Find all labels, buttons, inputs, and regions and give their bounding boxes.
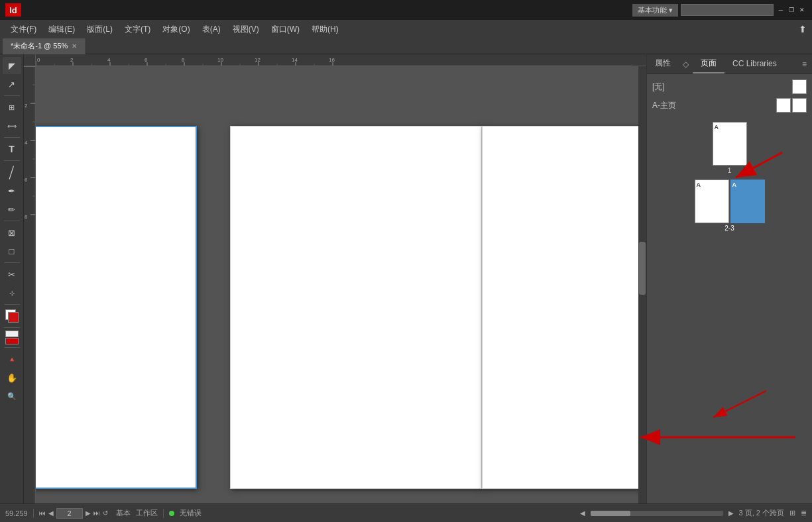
svg-text:8: 8 <box>182 57 185 63</box>
page-3-thumbnail[interactable]: A <box>730 180 765 223</box>
mode-buttons <box>5 331 19 344</box>
rect-frame-tool-button[interactable]: ⊠ <box>3 224 21 241</box>
panel-tab-properties[interactable]: 属性 <box>647 54 679 74</box>
pages-canvas[interactable] <box>36 66 646 503</box>
pencil-tool-button[interactable]: ✏ <box>3 201 21 218</box>
scroll-right-button[interactable]: ▶ <box>728 509 734 517</box>
panel-tab-pages[interactable]: 页面 <box>693 54 725 74</box>
selection-tool-button[interactable]: ◤ <box>3 57 21 74</box>
svg-text:4: 4 <box>107 57 111 63</box>
line-tool-button[interactable]: ╲ <box>0 160 25 185</box>
last-page-button[interactable]: ⏭ <box>93 509 100 517</box>
panel-tab-diamond-icon: ◇ <box>679 56 693 72</box>
master-swatch-2[interactable] <box>792 98 807 113</box>
status-sep-1 <box>33 509 34 518</box>
first-page-button[interactable]: ⏮ <box>39 509 46 517</box>
rect-tool-button[interactable]: □ <box>3 242 21 260</box>
page-2-thumbnail[interactable]: A <box>695 180 729 223</box>
menu-layout[interactable]: 版面(L) <box>82 22 118 37</box>
none-swatches <box>792 79 807 94</box>
svg-text:16: 16 <box>329 57 335 63</box>
page-1-thumbnail[interactable]: A <box>713 122 747 166</box>
canvas-vertical-scrollbar[interactable] <box>638 66 646 503</box>
eyedropper-tool-button[interactable]: 🔺 <box>3 350 21 368</box>
window-controls: ─ ❐ ✕ <box>776 5 807 15</box>
page-tool-button[interactable]: ⊞ <box>3 99 21 116</box>
panel-tab-cc-libraries[interactable]: CC Libraries <box>725 56 785 73</box>
page-2[interactable] <box>230 126 482 489</box>
restore-button[interactable]: ❐ <box>787 5 796 15</box>
page-1[interactable] <box>36 126 197 489</box>
search-input[interactable] <box>681 4 774 16</box>
preview-mode-button[interactable] <box>5 338 19 344</box>
menu-help[interactable]: 帮助(H) <box>306 22 344 37</box>
horizontal-scroll-thumb[interactable] <box>591 511 630 516</box>
svg-text:2: 2 <box>70 57 74 63</box>
background-color[interactable] <box>8 312 19 323</box>
page-1-thumb-row: A <box>713 122 747 166</box>
svg-text:6: 6 <box>25 177 28 183</box>
titlebar-right: 基本功能 ▾ ─ ❐ ✕ <box>632 4 807 17</box>
menu-object[interactable]: 对象(O) <box>157 22 195 37</box>
hand-tool-button[interactable]: ✋ <box>3 369 21 386</box>
type-tool-button[interactable]: T <box>3 140 21 158</box>
transform-tool-button[interactable]: ⊹ <box>3 284 21 301</box>
refresh-button[interactable]: ↺ <box>103 509 108 517</box>
svg-text:2: 2 <box>25 103 28 109</box>
menu-table[interactable]: 表(A) <box>197 22 226 37</box>
none-swatch-1[interactable] <box>792 79 807 94</box>
right-panel: 属性 ◇ 页面 CC Libraries ≡ [无] A-主页 <box>646 54 812 503</box>
tool-divider-8 <box>4 347 20 348</box>
pages-23-thumb-row: A A <box>695 180 765 223</box>
view-grid-icon[interactable]: ⊞ <box>789 509 795 517</box>
workspace-button[interactable]: 基本功能 ▾ <box>632 4 678 17</box>
next-page-button[interactable]: ▶ <box>86 509 91 517</box>
titlebar-left: Id <box>5 3 24 17</box>
master-swatch-1[interactable] <box>776 98 791 113</box>
share-icon[interactable]: ⬆ <box>799 24 807 34</box>
minimize-button[interactable]: ─ <box>776 5 785 15</box>
menu-type[interactable]: 文字(T) <box>119 22 156 37</box>
left-toolbar: ◤ ↗ ⊞ ⟺ T ╲ ✒ ✏ ⊠ □ ✂ ⊹ 🔺 ✋ 🔍 <box>0 54 24 503</box>
tool-divider-7 <box>4 327 20 328</box>
master-label: A-主页 <box>652 100 676 111</box>
menu-window[interactable]: 窗口(W) <box>266 22 305 37</box>
view-list-icon[interactable]: ≣ <box>801 509 807 517</box>
app-logo: Id <box>5 3 21 17</box>
gap-tool-button[interactable]: ⟺ <box>3 117 21 134</box>
workspace-label-status: 工作区 <box>136 508 158 518</box>
page-count-info: 3 页, 2 个跨页 <box>739 508 784 518</box>
page-1-thumb-label: 1 <box>728 167 732 174</box>
ruler-corner <box>24 54 36 66</box>
normal-mode-button[interactable] <box>5 331 19 337</box>
tab-close-button[interactable]: ✕ <box>72 42 77 50</box>
svg-text:8: 8 <box>25 214 28 220</box>
pages-inner <box>36 66 646 503</box>
close-button[interactable]: ✕ <box>797 5 807 15</box>
status-text: 无错误 <box>180 508 202 518</box>
menu-edit[interactable]: 编辑(E) <box>43 22 80 37</box>
master-swatches <box>776 98 807 113</box>
prev-page-button[interactable]: ◀ <box>48 509 54 517</box>
menu-file[interactable]: 文件(F) <box>5 22 42 37</box>
direct-selection-tool-button[interactable]: ↗ <box>3 76 21 93</box>
scroll-left-button[interactable]: ◀ <box>580 509 585 517</box>
page-3[interactable] <box>482 126 646 489</box>
page-number-input[interactable] <box>56 508 83 519</box>
document-tab[interactable]: *未命名-1 @ 55% ✕ <box>3 38 86 54</box>
scrollbar-thumb-vertical[interactable] <box>639 242 646 295</box>
panel-menu-button[interactable]: ≡ <box>797 56 812 72</box>
page-2-master-letter: A <box>697 182 701 188</box>
svg-text:12: 12 <box>255 57 261 63</box>
pen-tool-button[interactable]: ✒ <box>3 182 21 199</box>
tool-divider-4 <box>4 221 20 221</box>
status-sep-2 <box>163 509 164 518</box>
page-1-group <box>36 106 197 503</box>
scissors-tool-button[interactable]: ✂ <box>3 266 21 283</box>
status-indicator-dot <box>169 511 174 516</box>
menu-view[interactable]: 视图(V) <box>227 22 264 37</box>
zoom-tool-button[interactable]: 🔍 <box>3 388 21 405</box>
pages-23-thumb-label: 2-3 <box>725 225 734 232</box>
horizontal-scrollbar[interactable] <box>591 511 723 516</box>
menubar: 文件(F) 编辑(E) 版面(L) 文字(T) 对象(O) 表(A) 视图(V)… <box>0 20 812 38</box>
